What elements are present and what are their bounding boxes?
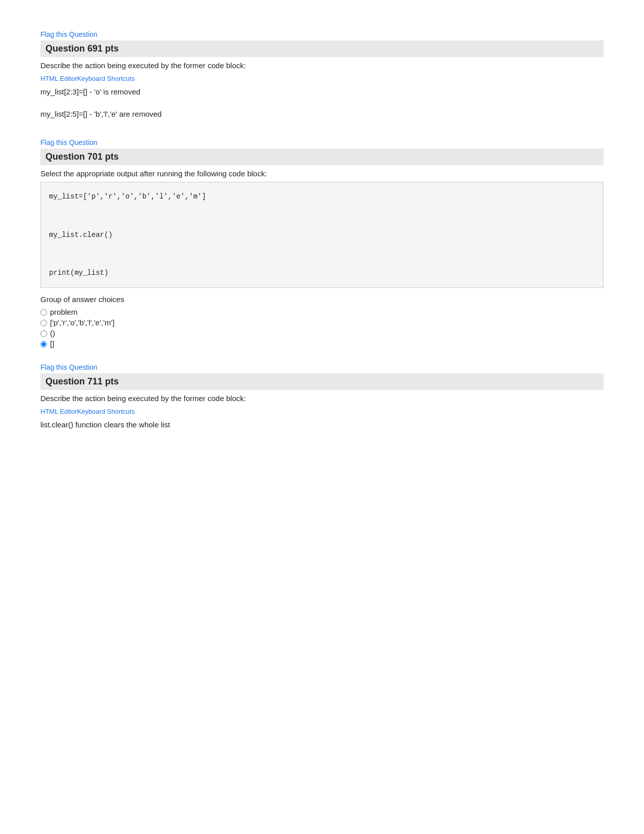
question-69-header: Question 691 pts xyxy=(40,40,604,57)
radio-70-1[interactable] xyxy=(40,320,47,326)
question-70-block: Flag this Question Question 701 pts Sele… xyxy=(40,138,604,348)
radio-label-70-0: problem xyxy=(50,308,77,316)
keyboard-shortcuts-link-69[interactable]: Keyboard Shortcuts xyxy=(77,75,134,82)
question-70-options: problem ['p','r','o','b','l','e','m'] ()… xyxy=(40,308,604,348)
html-editor-link-71[interactable]: HTML Editor xyxy=(40,408,77,415)
radio-70-3[interactable] xyxy=(40,341,47,348)
flag-question-71[interactable]: Flag this Question xyxy=(40,363,604,371)
keyboard-shortcuts-link-71[interactable]: Keyboard Shortcuts xyxy=(77,408,134,415)
flag-question-69[interactable]: Flag this Question xyxy=(40,30,604,38)
radio-70-0[interactable] xyxy=(40,309,47,316)
question-70-code: my_list=['p','r','o','b','l','e','m'] my… xyxy=(40,182,604,288)
group-label-70: Group of answer choices xyxy=(40,295,604,304)
radio-label-70-2: () xyxy=(50,329,55,337)
question-69-answer-2: my_list[2:5]=[] - 'b','l','e' are remove… xyxy=(40,110,604,118)
question-70-text: Select the appropriate output after runn… xyxy=(40,169,604,178)
question-69-editor-links: HTML EditorKeyboard Shortcuts xyxy=(40,74,604,82)
question-69-block: Flag this Question Question 691 pts Desc… xyxy=(40,30,604,118)
question-69-title: Question 691 pts xyxy=(45,43,599,54)
option-70-0: problem xyxy=(40,308,604,316)
html-editor-link-69[interactable]: HTML Editor xyxy=(40,75,77,82)
radio-70-2[interactable] xyxy=(40,330,47,337)
flag-question-70[interactable]: Flag this Question xyxy=(40,138,604,146)
radio-label-70-1: ['p','r','o','b','l','e','m'] xyxy=(50,318,115,327)
question-71-answer-1: list.clear() function clears the whole l… xyxy=(40,420,604,429)
question-70-title: Question 701 pts xyxy=(45,152,599,162)
question-70-header: Question 701 pts xyxy=(40,149,604,165)
option-70-1: ['p','r','o','b','l','e','m'] xyxy=(40,318,604,327)
question-71-header: Question 711 pts xyxy=(40,373,604,390)
radio-label-70-3: [] xyxy=(50,339,54,348)
question-71-editor-links: HTML EditorKeyboard Shortcuts xyxy=(40,407,604,415)
option-70-3: [] xyxy=(40,339,604,348)
option-70-2: () xyxy=(40,329,604,337)
question-71-block: Flag this Question Question 711 pts Desc… xyxy=(40,363,604,429)
question-69-answer-1: my_list[2:3]=[] - 'o' is removed xyxy=(40,87,604,96)
question-71-title: Question 711 pts xyxy=(45,376,599,387)
question-69-text: Describe the action being executed by th… xyxy=(40,61,604,70)
question-71-text: Describe the action being executed by th… xyxy=(40,394,604,403)
